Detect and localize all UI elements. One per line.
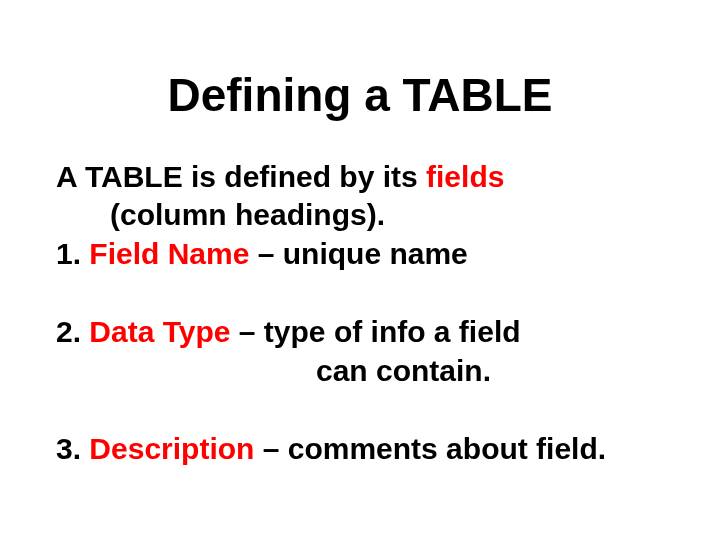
item-keyword: Description [89,432,254,465]
item-number: 1. [56,237,89,270]
item-keyword: Data Type [89,315,230,348]
intro-line-2: (column headings). [110,196,664,234]
list-item-2-line-1: 2. Data Type – type of info a field [56,313,664,351]
intro-line-1: A TABLE is defined by its fields [56,158,664,196]
intro-keyword: fields [426,160,504,193]
slide-body: A TABLE is defined by its fields (column… [56,158,664,468]
list-item-3: 3. Description – comments about field. [56,430,664,468]
item-number: 3. [56,432,89,465]
item-rest: – unique name [249,237,467,270]
item-number: 2. [56,315,89,348]
item-rest: – comments about field. [254,432,606,465]
slide-title: Defining a TABLE [56,68,664,122]
intro-pretext: A TABLE is defined by its [56,160,426,193]
item-rest: – type of info a field [231,315,521,348]
list-item-2-line-2: can contain. [316,352,664,390]
item-keyword: Field Name [89,237,249,270]
list-item-1: 1. Field Name – unique name [56,235,664,273]
